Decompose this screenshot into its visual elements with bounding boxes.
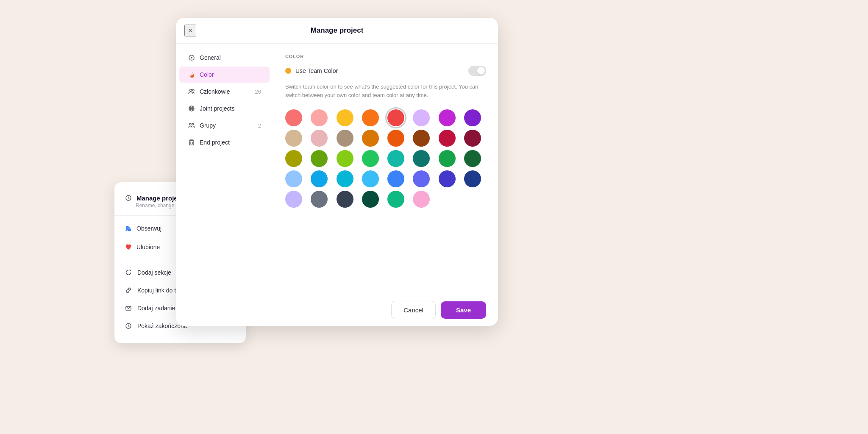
use-team-color-row: Use Team Color: [285, 66, 486, 76]
color-swatch-3-0[interactable]: [285, 170, 302, 187]
color-swatch-2-5[interactable]: [413, 150, 430, 167]
color-row-2: [285, 150, 486, 167]
color-row-0: [285, 109, 486, 126]
color-swatch-1-5[interactable]: [413, 130, 430, 147]
svg-point-12: [189, 123, 191, 125]
manage-project-icon: [125, 194, 132, 202]
color-swatch-2-2[interactable]: [337, 150, 353, 167]
color-swatch-4-0[interactable]: [285, 191, 302, 208]
members-label: Członkowie: [200, 88, 230, 95]
color-swatch-3-5[interactable]: [413, 170, 430, 187]
dialog-footer: Cancel Save: [176, 294, 498, 326]
obserwuj-label: Obserwuj: [125, 225, 161, 232]
heart-icon: [125, 243, 132, 251]
groups-label: Grupy: [200, 122, 216, 129]
dialog-header: × Manage project: [176, 18, 498, 44]
color-swatch-3-3[interactable]: [362, 170, 379, 187]
sidebar-item-general[interactable]: General: [179, 50, 270, 66]
dialog-sidebar: General Color: [176, 44, 273, 294]
members-count: 26: [255, 89, 261, 95]
color-label: Color: [200, 71, 214, 78]
svg-point-6: [192, 89, 194, 91]
general-label: General: [200, 54, 221, 61]
rss-icon: [125, 225, 132, 232]
color-swatch-4-4[interactable]: [387, 191, 404, 208]
sidebar-item-joint-projects[interactable]: Joint projects: [179, 100, 270, 117]
globe-icon: [188, 105, 195, 112]
color-row-1: [285, 130, 486, 147]
clock-icon: [125, 322, 132, 330]
color-swatch-0-4[interactable]: [387, 109, 404, 126]
trash-icon: [188, 139, 195, 146]
color-swatch-4-5[interactable]: [413, 191, 430, 208]
svg-point-13: [192, 123, 194, 125]
color-swatch-2-0[interactable]: [285, 150, 302, 167]
groups-count: 2: [258, 122, 261, 129]
users-group-icon: [188, 122, 195, 129]
sidebar-item-groups[interactable]: Grupy 2: [179, 117, 270, 134]
refresh-icon: [125, 269, 132, 276]
color-swatch-1-4[interactable]: [387, 130, 404, 147]
end-project-label: End project: [200, 139, 230, 146]
use-team-color-left: Use Team Color: [285, 67, 338, 74]
color-swatch-0-3[interactable]: [362, 109, 379, 126]
color-swatch-0-1[interactable]: [311, 109, 328, 126]
color-row-3: [285, 170, 486, 187]
svg-rect-14: [189, 141, 194, 145]
color-swatch-3-7[interactable]: [464, 170, 481, 187]
use-team-color-toggle[interactable]: [468, 66, 486, 76]
color-swatch-2-1[interactable]: [311, 150, 328, 167]
dialog-title: Manage project: [311, 26, 364, 35]
dodaj-sekcje-text: Dodaj sekcje: [137, 269, 171, 276]
sidebar-item-end-project[interactable]: End project: [179, 134, 270, 150]
color-swatch-0-7[interactable]: [464, 109, 481, 126]
color-swatch-4-2[interactable]: [337, 191, 353, 208]
joint-projects-label: Joint projects: [200, 105, 234, 112]
color-swatch-3-2[interactable]: [337, 170, 353, 187]
color-swatch-4-3[interactable]: [362, 191, 379, 208]
ulubione-text: Ulubione: [136, 244, 160, 250]
color-swatch-1-6[interactable]: [439, 130, 456, 147]
color-swatch-0-5[interactable]: [413, 109, 430, 126]
color-swatch-1-7[interactable]: [464, 130, 481, 147]
color-swatch-1-0[interactable]: [285, 130, 302, 147]
general-icon: [188, 54, 195, 61]
color-swatch-4-1[interactable]: [311, 191, 328, 208]
color-content-panel: COLOR Use Team Color Switch team color o…: [273, 44, 498, 294]
svg-point-4: [191, 57, 192, 58]
color-swatch-1-3[interactable]: [362, 130, 379, 147]
manage-project-dialog: × Manage project General: [176, 18, 498, 326]
cancel-button[interactable]: Cancel: [391, 301, 436, 319]
color-swatch-2-7[interactable]: [464, 150, 481, 167]
color-swatch-3-1[interactable]: [311, 170, 328, 187]
color-swatch-0-0[interactable]: [285, 109, 302, 126]
color-section-label: COLOR: [285, 54, 486, 59]
link-icon: [125, 287, 132, 294]
obserwuj-text: Obserwuj: [136, 225, 161, 232]
color-description: Switch team color on to see what's the s…: [285, 83, 486, 99]
color-swatch-3-6[interactable]: [439, 170, 456, 187]
users-icon: [188, 88, 195, 95]
close-button[interactable]: ×: [184, 25, 196, 36]
flame-icon: [188, 71, 195, 78]
color-swatch-1-1[interactable]: [311, 130, 328, 147]
color-swatch-0-2[interactable]: [337, 109, 353, 126]
sidebar-item-members[interactable]: Członkowie 26: [179, 83, 270, 100]
color-swatch-1-2[interactable]: [337, 130, 353, 147]
color-swatch-2-4[interactable]: [387, 150, 404, 167]
color-swatch-3-4[interactable]: [387, 170, 404, 187]
color-swatch-2-6[interactable]: [439, 150, 456, 167]
color-swatch-0-6[interactable]: [439, 109, 456, 126]
ulubione-label: Ulubione: [125, 243, 160, 251]
color-row-4: [285, 191, 486, 208]
use-team-color-label: Use Team Color: [295, 67, 338, 74]
team-color-dot: [285, 68, 291, 74]
save-button[interactable]: Save: [441, 301, 486, 319]
mail-icon: [125, 304, 132, 312]
dialog-body: General Color: [176, 44, 498, 294]
svg-point-5: [190, 89, 192, 92]
sidebar-item-color[interactable]: Color: [179, 67, 270, 83]
color-swatch-2-3[interactable]: [362, 150, 379, 167]
color-grid: [285, 109, 486, 208]
